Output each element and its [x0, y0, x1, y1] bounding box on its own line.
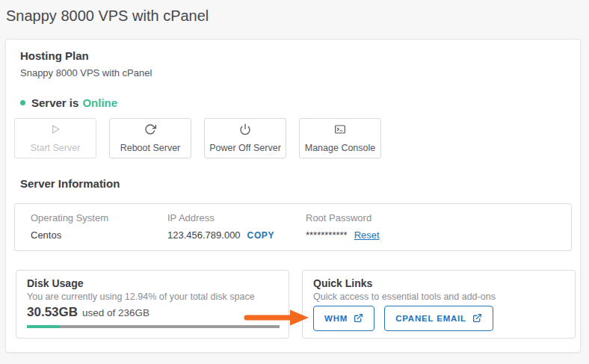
hosting-plan-name: Snappy 8000 VPS with cPanel [20, 67, 152, 78]
disk-usage-panel: Disk Usage You are currently using 12.94… [16, 270, 289, 339]
action-label: Start Server [31, 143, 81, 153]
disk-used-value: 30.53GB [27, 305, 78, 320]
manage-console-button[interactable]: Manage Console [299, 118, 381, 158]
vps-overview-card: Hosting Plan Snappy 8000 VPS with cPanel… [5, 39, 581, 353]
action-label: Manage Console [305, 143, 376, 153]
disk-usage-amount: 30.53GB used of 236GB [27, 305, 149, 320]
disk-usage-progress-fill [27, 325, 60, 328]
status-prefix: Server is [31, 96, 78, 109]
start-server-button[interactable]: Start Server [14, 118, 96, 158]
terminal-icon [334, 123, 346, 138]
action-label: Reboot Server [120, 143, 181, 153]
power-icon [239, 123, 251, 138]
cpanel-email-button[interactable]: CPANEL EMAIL [384, 306, 493, 331]
server-information-heading: Server Information [20, 177, 120, 190]
password-masked-value: *********** [306, 229, 348, 241]
page-title: Snappy 8000 VPS with cPanel [6, 7, 209, 25]
action-label: Power Off Server [209, 143, 281, 153]
ip-address-value: 123.456.789.000 [167, 229, 241, 241]
vps-dashboard-page: Snappy 8000 VPS with cPanel Hosting Plan… [0, 0, 589, 364]
server-information-box: Operating System Centos IP Address 123.4… [14, 203, 572, 251]
disk-usage-progress-bar [27, 325, 280, 328]
quick-link-label: WHM [324, 314, 348, 323]
field-value: Centos [31, 229, 61, 241]
status-dot-icon [20, 100, 25, 105]
server-action-buttons: Start Server Reboot Server Power Off Ser… [14, 118, 381, 158]
whm-button[interactable]: WHM [313, 306, 374, 331]
field-label: Operating System [31, 212, 108, 223]
reboot-icon [144, 123, 156, 138]
annotation-arrow-icon [244, 309, 309, 327]
play-icon [49, 123, 61, 138]
copy-ip-button[interactable]: COPY [247, 230, 274, 241]
hosting-plan-heading: Hosting Plan [20, 49, 89, 62]
server-status: Server is Online [20, 96, 117, 109]
power-off-server-button[interactable]: Power Off Server [204, 118, 286, 158]
quick-link-label: CPANEL EMAIL [395, 314, 466, 323]
disk-usage-heading: Disk Usage [27, 277, 83, 289]
status-value: Online [82, 96, 117, 109]
reset-password-link[interactable]: Reset [354, 229, 380, 241]
disk-total-value: used of 236GB [82, 307, 149, 318]
reboot-server-button[interactable]: Reboot Server [109, 118, 191, 158]
external-link-icon [354, 313, 363, 324]
field-ip-address: IP Address 123.456.789.000 COPY [167, 212, 274, 241]
field-label: Root Password [306, 212, 380, 223]
quick-links-buttons: WHM CPANEL EMAIL [313, 306, 493, 331]
field-root-password: Root Password *********** Reset [306, 212, 380, 241]
field-label: IP Address [167, 212, 274, 223]
external-link-icon [472, 313, 482, 324]
quick-links-heading: Quick Links [313, 277, 372, 289]
quick-links-description: Quick access to essential tools and add-… [313, 291, 496, 302]
disk-usage-description: You are currently using 12.94% of your t… [27, 291, 255, 302]
quick-links-panel: Quick Links Quick access to essential to… [302, 270, 576, 339]
arrow-head [290, 310, 309, 326]
field-operating-system: Operating System Centos [31, 212, 108, 241]
